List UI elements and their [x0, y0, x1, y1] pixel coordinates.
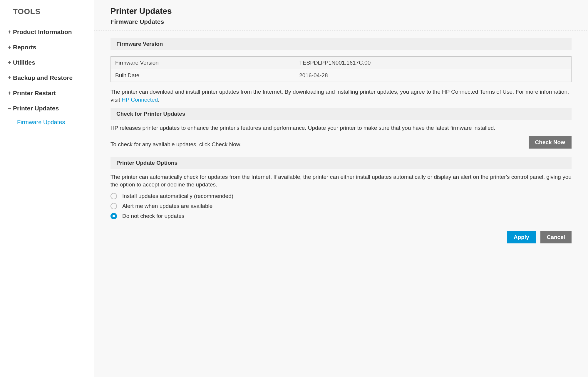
main-content: Printer Updates Firmware Updates Firmwar… — [94, 0, 588, 377]
radio-icon-selected — [110, 213, 117, 219]
nav-label: Reports — [13, 44, 36, 51]
plus-icon: + — [7, 28, 12, 36]
firmware-version-table: Firmware Version TESPDLPP1N001.1617C.00 … — [110, 56, 572, 82]
section-check-updates-heading: Check for Printer Updates — [110, 108, 572, 120]
built-date-value: 2016-04-28 — [295, 69, 571, 82]
radio-do-not-check[interactable]: Do not check for updates — [110, 213, 572, 219]
page-subtitle: Firmware Updates — [110, 18, 588, 25]
minus-icon: − — [7, 105, 12, 112]
built-date-label: Built Date — [111, 69, 295, 82]
table-row: Built Date 2016-04-28 — [111, 69, 571, 82]
radio-icon — [110, 203, 117, 209]
check-now-button[interactable]: Check Now — [529, 136, 572, 149]
nav-printer-restart[interactable]: + Printer Restart — [0, 85, 94, 101]
section-update-options-heading: Printer Update Options — [110, 157, 572, 169]
nav-printer-updates[interactable]: − Printer Updates — [0, 101, 94, 116]
radio-label: Do not check for updates — [122, 213, 184, 219]
page-header: Printer Updates Firmware Updates — [94, 0, 588, 31]
sidebar-title: TOOLS — [0, 7, 94, 24]
plus-icon: + — [7, 44, 12, 51]
firmware-version-value: TESPDLPP1N001.1617C.00 — [295, 56, 571, 69]
nav-label: Backup and Restore — [13, 74, 73, 81]
nav-label: Product Information — [13, 28, 72, 36]
hp-connected-link[interactable]: HP Connected — [122, 97, 158, 103]
firmware-description: The printer can download and install pri… — [110, 88, 572, 104]
nav-reports[interactable]: + Reports — [0, 40, 94, 55]
radio-alert-me[interactable]: Alert me when updates are available — [110, 203, 572, 209]
nav-label: Printer Restart — [13, 90, 56, 97]
apply-button[interactable]: Apply — [507, 231, 536, 243]
plus-icon: + — [7, 74, 12, 81]
table-row: Firmware Version TESPDLPP1N001.1617C.00 — [111, 56, 571, 69]
update-options-text: The printer can automatically check for … — [110, 173, 572, 189]
page-title: Printer Updates — [110, 6, 588, 16]
update-options-radio-group: Install updates automatically (recommend… — [110, 193, 572, 219]
section-firmware-version-heading: Firmware Version — [110, 38, 572, 50]
check-updates-text2: To check for any available updates, clic… — [110, 141, 529, 149]
radio-install-automatically[interactable]: Install updates automatically (recommend… — [110, 193, 572, 199]
plus-icon: + — [7, 59, 12, 66]
radio-icon — [110, 193, 117, 199]
cancel-button[interactable]: Cancel — [540, 231, 572, 243]
radio-label: Install updates automatically (recommend… — [122, 193, 233, 199]
sidebar: TOOLS + Product Information + Reports + … — [0, 0, 94, 377]
nav-product-information[interactable]: + Product Information — [0, 24, 94, 40]
nav-sub-firmware-updates[interactable]: Firmware Updates — [0, 116, 94, 129]
radio-label: Alert me when updates are available — [122, 203, 212, 209]
plus-icon: + — [7, 90, 12, 97]
firmware-version-label: Firmware Version — [111, 56, 295, 69]
nav-label: Printer Updates — [13, 105, 59, 112]
nav-label: Utilities — [13, 59, 35, 66]
nav-backup-restore[interactable]: + Backup and Restore — [0, 70, 94, 85]
nav-utilities[interactable]: + Utilities — [0, 55, 94, 70]
check-updates-text1: HP releases printer updates to enhance t… — [110, 124, 572, 132]
